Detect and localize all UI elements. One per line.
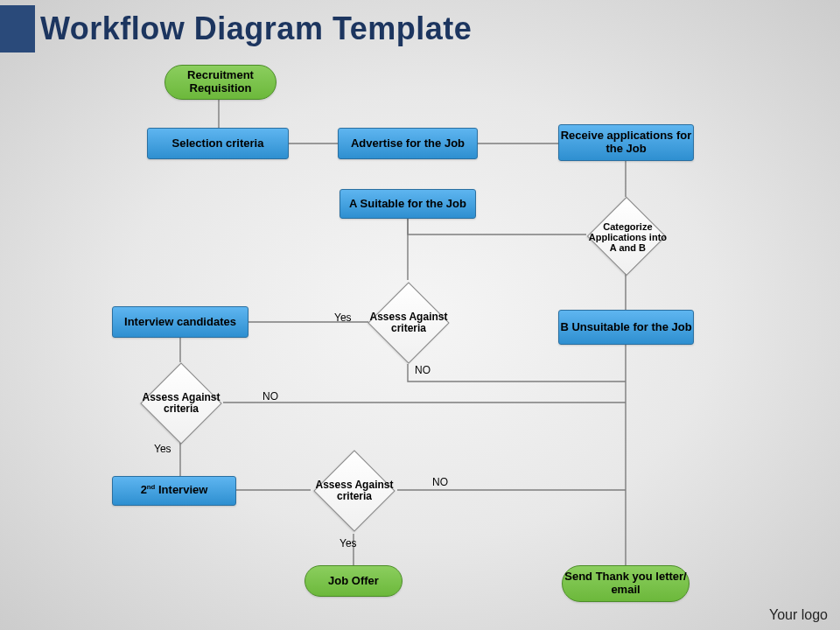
second-interview-text: 2nd Interview [141,484,208,497]
slide: Workflow Diagram Template [0,0,840,630]
flowchart-stage: Recruitment Requisition Selection criter… [0,52,840,612]
node-interview-candidates: Interview candidates [112,306,248,338]
node-thankyou: Send Thank you letter/ email [562,565,690,602]
label-assess1-yes: Yes [334,312,352,324]
label-assess2-yes: Yes [154,443,172,455]
label-assess3-yes: Yes [340,537,357,550]
node-b-unsuitable: B Unsuitable for the Job [558,310,694,345]
accent-strip [0,5,35,52]
label-assess3-no: NO [432,476,448,488]
node-job-offer: Job Offer [304,565,402,597]
node-recruitment-requisition: Recruitment Requisition [164,65,276,100]
label-assess1-no: NO [415,364,430,376]
title-bar: Workflow Diagram Template [0,0,840,52]
node-advertise: Advertise for the Job [338,128,478,159]
node-a-suitable: A Suitable for the Job [340,189,476,219]
node-receive-applications: Receive applications for the Job [558,124,694,161]
node-selection-criteria: Selection criteria [147,128,289,159]
node-assess-2-label: Assess Against criteria [142,364,220,443]
footer-logo: Your logo [769,607,828,623]
second-interview-suffix: Interview [155,484,207,497]
second-interview-prefix: 2 [141,484,147,497]
node-categorize-label: Categorize Applications into A and B [586,198,668,276]
node-second-interview: 2nd Interview [112,476,236,506]
second-interview-ord: nd [147,483,156,491]
node-assess-3: Assess Against criteria [313,450,395,531]
node-assess-2: Assess Against criteria [140,362,221,444]
slide-title: Workflow Diagram Template [40,5,472,52]
node-assess-3-label: Assess Against criteria [315,452,394,530]
node-assess-1: Assess Against criteria [368,282,449,363]
label-assess2-no: NO [262,390,278,402]
node-categorize: Categorize Applications into A and B [587,197,667,276]
node-assess-1-label: Assess Against criteria [369,284,448,362]
